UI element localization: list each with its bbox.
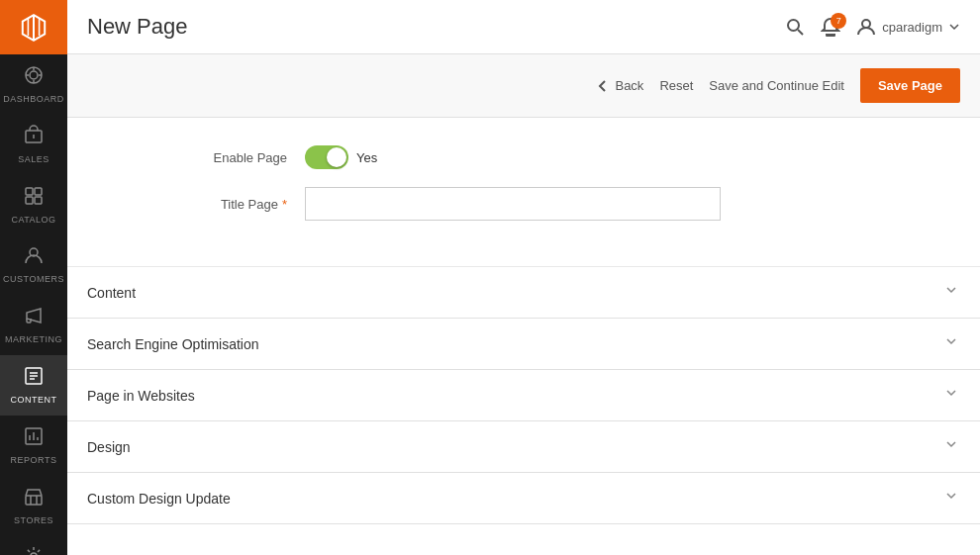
- accordion-websites-chevron: [942, 384, 960, 407]
- sidebar-item-sales[interactable]: SALES: [0, 115, 67, 175]
- accordion-content: Content: [67, 267, 980, 319]
- accordion-websites-header[interactable]: Page in Websites: [67, 370, 980, 420]
- sidebar-item-stores-label: STORES: [14, 515, 53, 526]
- enable-page-control: Yes: [305, 145, 940, 169]
- svg-rect-11: [35, 197, 42, 204]
- top-header: New Page 7 cparadigm: [67, 0, 980, 54]
- accordion-custom-design: Custom Design Update: [67, 473, 980, 524]
- sidebar-item-marketing[interactable]: MARKETING: [0, 295, 67, 355]
- sidebar-item-reports[interactable]: REPORTS: [0, 416, 67, 476]
- sidebar-item-customers-label: CUSTOMERS: [3, 274, 64, 285]
- notifications-button[interactable]: 7: [821, 17, 840, 37]
- enable-toggle[interactable]: [305, 145, 348, 169]
- system-icon: [23, 545, 45, 555]
- chevron-down-icon: [948, 21, 960, 33]
- svg-line-28: [798, 30, 803, 35]
- customers-icon: [23, 244, 45, 271]
- sidebar-item-catalog[interactable]: CATALOG: [0, 175, 67, 235]
- accordion-design-title: Design: [87, 439, 131, 455]
- sidebar-item-customers[interactable]: CUSTOMERS: [0, 234, 67, 295]
- accordion-websites-title: Page in Websites: [87, 388, 195, 404]
- main-content: New Page 7 cparadigm: [67, 0, 980, 555]
- catalog-icon: [23, 185, 45, 212]
- dashboard-icon: [23, 64, 45, 91]
- page-settings-form: Enable Page Yes Title Page *: [67, 118, 980, 267]
- accordion-seo-title: Search Engine Optimisation: [87, 336, 259, 352]
- accordion-design-header[interactable]: Design: [67, 421, 980, 472]
- sidebar: DASHBOARD SALES CATALOG CUSTOMERS MARKET…: [0, 0, 67, 555]
- svg-rect-8: [26, 188, 33, 195]
- page-title-control: [305, 187, 940, 221]
- magento-logo-icon: [18, 12, 49, 44]
- toggle-yes-label: Yes: [356, 150, 377, 165]
- accordion-custom-design-title: Custom Design Update: [87, 491, 231, 507]
- sidebar-item-catalog-label: CATALOG: [11, 215, 55, 226]
- accordion-custom-design-chevron: [942, 487, 960, 509]
- svg-rect-21: [26, 496, 42, 505]
- sidebar-item-content[interactable]: CONTENT: [0, 355, 67, 416]
- user-icon: [856, 17, 876, 37]
- sidebar-item-reports-label: REPORTS: [11, 455, 57, 466]
- search-button[interactable]: [785, 17, 805, 37]
- page-title-label: Title Page *: [107, 197, 305, 212]
- accordion-websites: Page in Websites: [67, 370, 980, 421]
- reset-button[interactable]: Reset: [659, 78, 693, 93]
- enable-toggle-wrap: Yes: [305, 145, 377, 169]
- back-label: Back: [615, 78, 643, 93]
- sidebar-item-dashboard[interactable]: DASHBOARD: [0, 54, 67, 115]
- accordion-design-chevron: [942, 435, 960, 458]
- logo[interactable]: [0, 0, 67, 54]
- svg-point-29: [862, 20, 870, 28]
- form-content-area: Enable Page Yes Title Page *: [67, 118, 980, 555]
- sidebar-item-sales-label: SALES: [18, 154, 49, 165]
- sidebar-item-content-label: CONTENT: [11, 395, 57, 406]
- user-menu[interactable]: cparadigm: [856, 17, 960, 37]
- sales-icon: [23, 125, 45, 151]
- page-title: New Page: [87, 14, 188, 40]
- notification-count: 7: [831, 13, 846, 29]
- accordion-content-header[interactable]: Content: [67, 267, 980, 318]
- enable-page-row: Enable Page Yes: [107, 145, 940, 169]
- enable-page-label: Enable Page: [107, 150, 305, 165]
- svg-rect-10: [26, 197, 33, 204]
- toggle-slider: [305, 145, 348, 169]
- back-button[interactable]: Back: [596, 78, 643, 93]
- stores-icon: [23, 486, 45, 512]
- action-bar: Back Reset Save and Continue Edit Save P…: [67, 54, 980, 118]
- reset-label: Reset: [659, 78, 693, 93]
- svg-point-0: [30, 71, 38, 79]
- svg-point-27: [788, 20, 799, 31]
- sidebar-item-marketing-label: MARKETING: [5, 334, 62, 345]
- accordion-seo-chevron: [942, 332, 960, 355]
- accordion-seo: Search Engine Optimisation: [67, 319, 980, 370]
- accordion-seo-header[interactable]: Search Engine Optimisation: [67, 319, 980, 369]
- accordion-content-title: Content: [87, 285, 136, 301]
- accordion-design: Design: [67, 421, 980, 473]
- sidebar-item-stores[interactable]: STORES: [0, 476, 67, 536]
- reports-icon: [23, 425, 45, 452]
- search-icon: [785, 17, 805, 37]
- page-title-row: Title Page *: [107, 187, 940, 221]
- content-icon: [23, 365, 45, 392]
- accordion-content-chevron: [942, 281, 960, 304]
- save-continue-button[interactable]: Save and Continue Edit: [709, 78, 844, 93]
- sidebar-item-dashboard-label: DASHBOARD: [3, 94, 64, 105]
- save-page-button[interactable]: Save Page: [860, 68, 960, 103]
- accordion-container: Content Search Engine Optimisation Page …: [67, 267, 980, 524]
- page-title-input[interactable]: [305, 187, 721, 221]
- header-actions: 7 cparadigm: [785, 17, 960, 37]
- sidebar-item-system[interactable]: SYSTEM: [0, 535, 67, 555]
- svg-rect-9: [35, 188, 42, 195]
- back-arrow-icon: [596, 79, 610, 93]
- accordion-custom-design-header[interactable]: Custom Design Update: [67, 473, 980, 523]
- required-indicator: *: [282, 197, 287, 212]
- username-label: cparadigm: [882, 20, 942, 35]
- marketing-icon: [23, 305, 45, 331]
